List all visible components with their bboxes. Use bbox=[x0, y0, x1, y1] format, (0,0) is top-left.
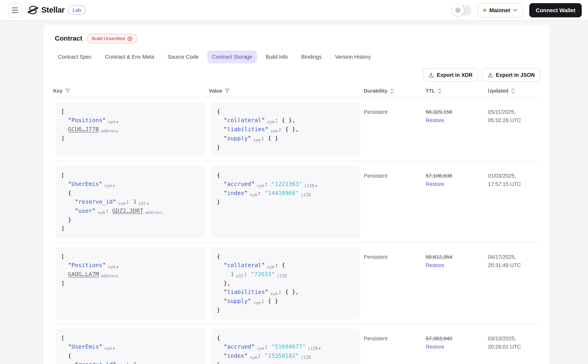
table-header: KeyValueDurabilityTTLUpdated bbox=[52, 88, 540, 98]
tab-contract-spec[interactable]: Contract Spec bbox=[53, 50, 96, 63]
value-cell: { "collateral"sym: { }, "liabilities"sym… bbox=[208, 98, 363, 161]
top-header: Stellar Lab Mainnet bbox=[0, 0, 588, 20]
code-token: " bbox=[217, 117, 227, 123]
code-token: " bbox=[261, 117, 265, 123]
value-code-block: { "collateral"sym: { }, "liabilities"sym… bbox=[211, 102, 360, 157]
brand: Stellar Lab bbox=[28, 5, 86, 15]
code-token: " bbox=[113, 361, 116, 364]
code-token: } bbox=[217, 307, 220, 313]
circle-x-icon bbox=[127, 36, 132, 41]
code-token: " bbox=[113, 199, 116, 205]
code-token: user bbox=[78, 208, 92, 214]
filter-icon[interactable] bbox=[65, 88, 70, 93]
sort-icon[interactable] bbox=[511, 88, 515, 94]
export-in-json-button[interactable]: Export in JSON bbox=[482, 68, 540, 82]
build-unverified-badge: Build Unverified bbox=[87, 34, 137, 43]
restore-link[interactable]: Restore bbox=[426, 180, 485, 188]
theme-toggle-knob[interactable] bbox=[452, 4, 464, 16]
code-token: sym bbox=[108, 264, 115, 269]
theme-toggle[interactable] bbox=[452, 5, 471, 15]
updated-line: 20:28:01 UTC bbox=[488, 343, 538, 351]
tab-contract-env-meta[interactable]: Contract & Env Meta bbox=[100, 50, 159, 63]
tab-build-info[interactable]: Build Info bbox=[261, 50, 293, 63]
contract-tabs: Contract SpecContract & Env MetaSource C… bbox=[53, 50, 540, 63]
filter-icon[interactable] bbox=[225, 88, 230, 93]
code-token: ] bbox=[61, 225, 65, 232]
code-token: u32 bbox=[138, 201, 146, 206]
tab-version-history[interactable]: Version History bbox=[330, 50, 376, 63]
code-token: " bbox=[61, 117, 71, 123]
code-token: sym bbox=[118, 201, 125, 206]
code-token: { bbox=[217, 172, 220, 178]
menu-button[interactable] bbox=[8, 3, 22, 17]
code-token: " bbox=[61, 199, 78, 205]
table-row: [ "Positions"sym, GCU6…J77Baddress]{ "co… bbox=[52, 98, 540, 162]
updated-cell: 03/10/2025,20:28:01 UTC bbox=[487, 324, 540, 364]
tab-contract-storage[interactable]: Contract Storage bbox=[207, 50, 257, 63]
code-token: { bbox=[217, 335, 220, 341]
code-token: address bbox=[145, 210, 163, 215]
ttl-value: 58,329,156 bbox=[426, 108, 485, 116]
code-token: " bbox=[265, 289, 268, 295]
code-token: } bbox=[61, 217, 71, 223]
connect-wallet-button[interactable]: Connect Wallet bbox=[529, 3, 582, 17]
sort-icon[interactable] bbox=[438, 88, 442, 94]
tab-bindings[interactable]: Bindings bbox=[297, 50, 327, 63]
column-label: Value bbox=[209, 88, 222, 94]
code-token: liabilities bbox=[227, 126, 265, 132]
address-link[interactable]: GCU6…J77B bbox=[68, 126, 99, 132]
value-code-block: { "collateral"sym: { 1u32: "72633"i128 }… bbox=[211, 247, 360, 319]
code-token: " bbox=[99, 181, 102, 187]
tab-source-code[interactable]: Source Code bbox=[163, 50, 203, 63]
code-token: [ bbox=[61, 108, 65, 115]
code-token: 3 bbox=[133, 361, 136, 364]
address-link[interactable]: GDZ2…3DRT bbox=[112, 208, 143, 214]
restore-link[interactable]: Restore bbox=[426, 116, 485, 124]
address-link[interactable]: GAOG…LA7M bbox=[68, 271, 99, 277]
code-token: ] bbox=[61, 135, 65, 141]
ttl-cell: 58,329,156Restore bbox=[425, 98, 487, 161]
code-token: i128 bbox=[301, 355, 311, 360]
column-header-updated: Updated bbox=[487, 88, 540, 94]
column-label: Updated bbox=[488, 88, 508, 94]
value-code-block: { "accrued"sym: "1221363"i128, "index"sy… bbox=[211, 166, 360, 238]
code-token: sym bbox=[257, 183, 264, 188]
download-icon bbox=[428, 72, 434, 78]
code-token: : { }, bbox=[278, 289, 299, 295]
ttl-cell: 58,612,354Restore bbox=[425, 243, 487, 324]
key-code-block: [ "Positions"sym, GAOG…LA7Maddress] bbox=[56, 247, 205, 319]
restore-link[interactable]: Restore bbox=[426, 343, 485, 351]
page-title: Contract bbox=[55, 35, 82, 43]
updated-line: 05/11/2025, bbox=[488, 108, 538, 116]
code-token: } bbox=[217, 362, 220, 364]
sort-icon[interactable] bbox=[390, 88, 394, 94]
code-token: { bbox=[217, 108, 220, 115]
restore-link[interactable]: Restore bbox=[426, 261, 485, 269]
code-token: : bbox=[126, 361, 133, 364]
brand-name: Stellar bbox=[41, 6, 65, 15]
updated-line: 05:32:26 UTC bbox=[488, 116, 538, 124]
key-cell: [ "Positions"sym, GAOG…LA7Maddress] bbox=[52, 243, 208, 324]
ttl-value: 58,612,354 bbox=[426, 253, 485, 261]
key-code-block: [ "Positions"sym, GCU6…J77Baddress] bbox=[56, 102, 205, 157]
code-token: UserEmis bbox=[71, 344, 99, 350]
code-token: " bbox=[248, 135, 251, 141]
code-token: sym bbox=[105, 183, 112, 188]
code-token: " bbox=[61, 181, 71, 187]
code-token: [ bbox=[61, 335, 65, 341]
export-in-xdr-button[interactable]: Export in XDR bbox=[423, 68, 478, 82]
code-token: " bbox=[92, 208, 95, 214]
durability-cell: Persistent bbox=[363, 243, 425, 324]
code-token: liabilities bbox=[227, 289, 265, 295]
network-select[interactable]: Mainnet bbox=[477, 3, 523, 17]
code-token: , bbox=[146, 361, 150, 364]
code-token: { bbox=[61, 190, 71, 196]
table-row: [ "UserEmis"sym, { "reserve_id"sym: 3u32… bbox=[52, 162, 540, 243]
code-token bbox=[61, 126, 68, 132]
code-token: , bbox=[112, 181, 116, 187]
updated-line: 01/03/2025, bbox=[488, 172, 538, 180]
code-token: " bbox=[103, 262, 106, 268]
code-token: [ bbox=[61, 253, 65, 260]
code-token: " bbox=[251, 344, 255, 350]
code-token: : bbox=[258, 190, 264, 196]
